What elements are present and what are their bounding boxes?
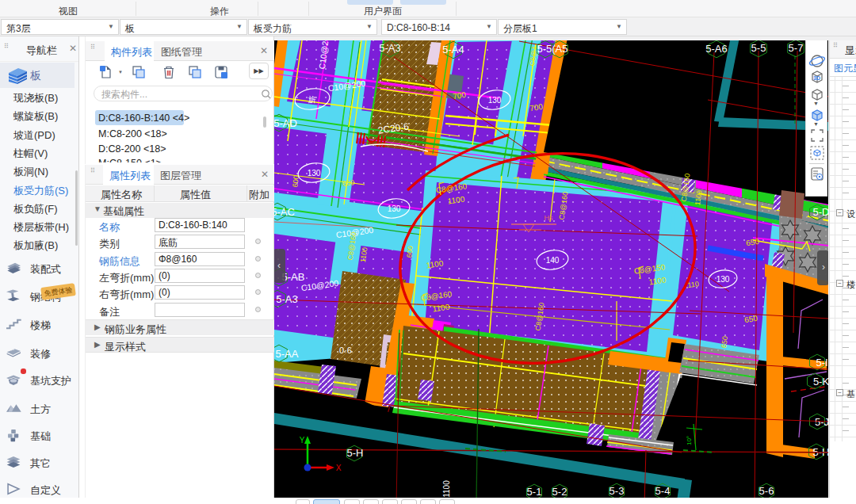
svg-text:5-AA: 5-AA [276, 348, 299, 360]
svg-text:5-K: 5-K [813, 376, 828, 388]
svg-text:1100: 1100 [442, 480, 451, 498]
svg-text:10°: 10° [686, 436, 693, 445]
svg-text:0·6: 0·6 [339, 346, 352, 355]
svg-text:5-I: 5-I [816, 357, 827, 368]
svg-text:Hs: Hs [545, 214, 553, 222]
svg-text:5-7: 5-7 [789, 42, 804, 54]
svg-text:140: 140 [546, 256, 560, 265]
svg-text:旂: 旂 [308, 95, 316, 104]
svg-text:›: › [822, 262, 825, 273]
svg-text:5-1: 5-1 [527, 486, 542, 498]
svg-text:‹: ‹ [277, 260, 281, 271]
svg-text:5-J: 5-J [815, 416, 828, 428]
svg-text:600: 600 [342, 178, 354, 188]
svg-text:5-6: 5-6 [759, 485, 774, 497]
svg-text:5-3: 5-3 [610, 485, 625, 497]
svg-text:5-AC: 5-AC [274, 206, 295, 218]
svg-text:5-5(A5: 5-5(A5 [537, 43, 567, 55]
svg-text:600: 600 [405, 246, 414, 258]
svg-text:5-D: 5-D [813, 206, 828, 218]
svg-text:130: 130 [308, 169, 321, 178]
svg-text:5-4: 5-4 [655, 485, 671, 497]
svg-text:5-2: 5-2 [552, 486, 567, 498]
svg-text:3D: 3D [813, 75, 820, 81]
svg-text:5-H: 5-H [347, 447, 364, 459]
svg-text:5-A3: 5-A3 [379, 42, 400, 54]
svg-text:650: 650 [720, 335, 729, 348]
svg-text:110: 110 [687, 280, 700, 289]
svg-text:5-A4: 5-A4 [442, 44, 464, 55]
svg-text:5-A3: 5-A3 [276, 293, 297, 305]
svg-text:130: 130 [717, 275, 730, 284]
svg-text:600: 600 [291, 175, 300, 188]
svg-text:Y: Y [300, 436, 305, 445]
svg-text:130: 130 [488, 96, 502, 105]
svg-text:X: X [336, 464, 342, 472]
svg-text:5-5: 5-5 [751, 42, 766, 54]
svg-text:5-AD: 5-AD [274, 117, 297, 129]
svg-text:5-A6: 5-A6 [705, 43, 727, 55]
svg-text:130: 130 [388, 204, 401, 213]
